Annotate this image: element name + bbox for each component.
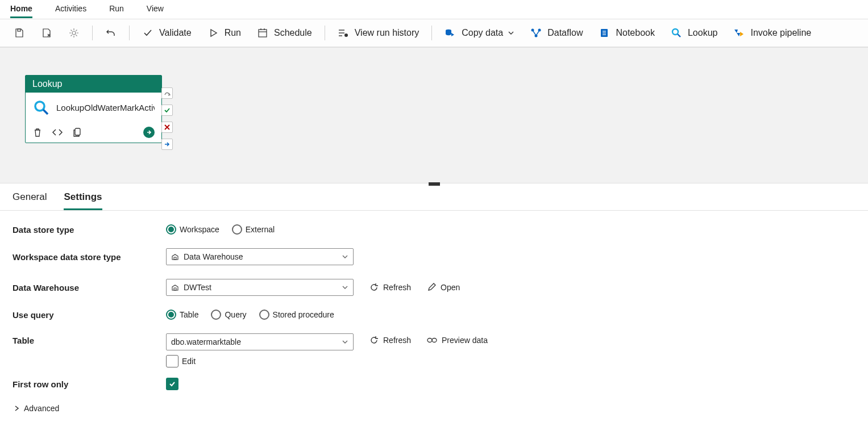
invoke-pipeline-button[interactable]: Invoke pipeline <box>726 24 818 42</box>
radio-group-use-query: Table Query Stored procedure <box>166 310 334 320</box>
connector-skip[interactable] <box>161 87 173 99</box>
select-data-warehouse[interactable]: DWTest <box>166 279 354 296</box>
dataflow-label: Dataflow <box>547 28 583 38</box>
svg-rect-23 <box>174 257 176 260</box>
label-table: Table <box>13 333 166 345</box>
radio-icon <box>259 310 269 320</box>
pipeline-canvas[interactable]: Lookup LookupOldWaterMarkActivity <box>0 48 868 183</box>
preview-data-button[interactable]: Preview data <box>427 336 488 345</box>
refresh-warehouse-button[interactable]: Refresh <box>369 283 411 292</box>
open-warehouse-button[interactable]: Open <box>427 283 460 292</box>
edit-icon <box>427 283 436 292</box>
calendar-icon <box>257 27 268 39</box>
lookup-button[interactable]: Lookup <box>664 24 725 42</box>
separator <box>431 26 432 40</box>
connector-completion[interactable] <box>161 139 173 150</box>
refresh-table-button[interactable]: Refresh <box>369 336 411 345</box>
history-icon <box>338 27 349 39</box>
notebook-button[interactable]: Notebook <box>592 24 662 42</box>
separator <box>129 26 130 40</box>
svg-point-26 <box>432 338 437 342</box>
select-value: dbo.watermarktable <box>171 337 342 346</box>
settings-button[interactable] <box>61 24 86 42</box>
advanced-toggle[interactable]: Advanced <box>13 404 855 413</box>
dataflow-button[interactable]: Dataflow <box>524 24 589 42</box>
radio-label: Query <box>225 310 246 319</box>
radio-icon <box>232 224 242 235</box>
radio-label: Table <box>180 310 198 319</box>
panel-tab-settings[interactable]: Settings <box>64 191 102 210</box>
chevron-right-icon <box>13 404 20 412</box>
select-workspace-data-store-type[interactable]: Data Warehouse <box>166 248 354 265</box>
label-first-row-only: First row only <box>13 379 166 389</box>
run-label: Run <box>225 28 241 38</box>
save-icon <box>14 27 25 39</box>
checkbox-edit[interactable] <box>166 355 178 367</box>
svg-rect-22 <box>75 128 80 135</box>
activity-connectors <box>161 87 173 150</box>
open-label: Open <box>441 283 460 292</box>
checkbox-first-row-only[interactable] <box>166 378 178 390</box>
settings-form: Data store type Workspace External Works… <box>0 211 868 427</box>
radio-workspace[interactable]: Workspace <box>166 224 219 235</box>
schedule-button[interactable]: Schedule <box>250 24 319 42</box>
refresh-icon <box>369 283 379 292</box>
svg-rect-24 <box>174 288 176 290</box>
invoke-pipeline-icon <box>733 27 745 39</box>
undo-button[interactable] <box>98 24 123 42</box>
radio-external[interactable]: External <box>232 224 275 235</box>
panel-collapse-handle[interactable] <box>429 182 440 186</box>
copy-icon[interactable] <box>72 127 82 137</box>
radio-label: External <box>246 225 275 234</box>
play-icon <box>207 27 219 39</box>
preview-icon <box>427 336 437 344</box>
svg-point-25 <box>427 338 432 342</box>
refresh-label: Refresh <box>383 283 411 292</box>
select-table[interactable]: dbo.watermarktable <box>166 333 354 350</box>
proceed-icon[interactable] <box>143 127 155 138</box>
save-button[interactable] <box>7 24 32 42</box>
connector-success[interactable] <box>161 105 173 116</box>
radio-group-data-store-type: Workspace External <box>166 224 275 235</box>
view-run-history-button[interactable]: View run history <box>331 24 426 42</box>
notebook-label: Notebook <box>616 28 655 38</box>
validate-button[interactable]: Validate <box>135 24 198 42</box>
label-data-store-type: Data store type <box>13 225 166 235</box>
activity-lookup-card[interactable]: Lookup LookupOldWaterMarkActivity <box>25 75 162 143</box>
check-icon <box>142 27 153 39</box>
save-as-button[interactable] <box>34 24 59 42</box>
top-ribbon-tabs: Home Activities Run View <box>0 0 868 19</box>
tab-run[interactable]: Run <box>109 1 124 18</box>
svg-line-19 <box>678 34 680 37</box>
copy-data-label: Copy data <box>462 28 503 38</box>
warehouse-icon <box>171 253 179 261</box>
radio-stored-procedure[interactable]: Stored procedure <box>259 310 334 320</box>
copy-data-button[interactable]: Copy data <box>438 24 521 42</box>
chevron-down-icon <box>342 253 348 260</box>
radio-label: Workspace <box>180 225 219 234</box>
notebook-icon <box>599 27 610 39</box>
svg-point-12 <box>538 29 541 32</box>
chevron-down-icon <box>342 338 348 345</box>
activity-type-header: Lookup <box>26 76 161 93</box>
copy-data-icon <box>445 27 456 39</box>
panel-tab-general[interactable]: General <box>13 191 47 210</box>
run-button[interactable]: Run <box>201 24 248 42</box>
invoke-pipeline-label: Invoke pipeline <box>750 28 811 38</box>
code-icon[interactable] <box>52 127 63 137</box>
svg-point-13 <box>535 35 538 37</box>
svg-point-20 <box>35 102 44 111</box>
tab-view[interactable]: View <box>147 1 164 18</box>
connector-fail[interactable] <box>161 122 173 133</box>
radio-table[interactable]: Table <box>166 310 198 320</box>
delete-icon[interactable] <box>32 127 43 137</box>
radio-icon <box>211 310 221 320</box>
svg-rect-2 <box>259 30 267 37</box>
tab-home[interactable]: Home <box>10 1 32 18</box>
tab-activities[interactable]: Activities <box>55 1 86 18</box>
label-workspace-data-store-type: Workspace data store type <box>13 252 166 262</box>
radio-query[interactable]: Query <box>211 310 246 320</box>
refresh-icon <box>369 336 379 345</box>
undo-icon <box>105 27 117 39</box>
properties-panel: General Settings Data store type Workspa… <box>0 183 868 427</box>
